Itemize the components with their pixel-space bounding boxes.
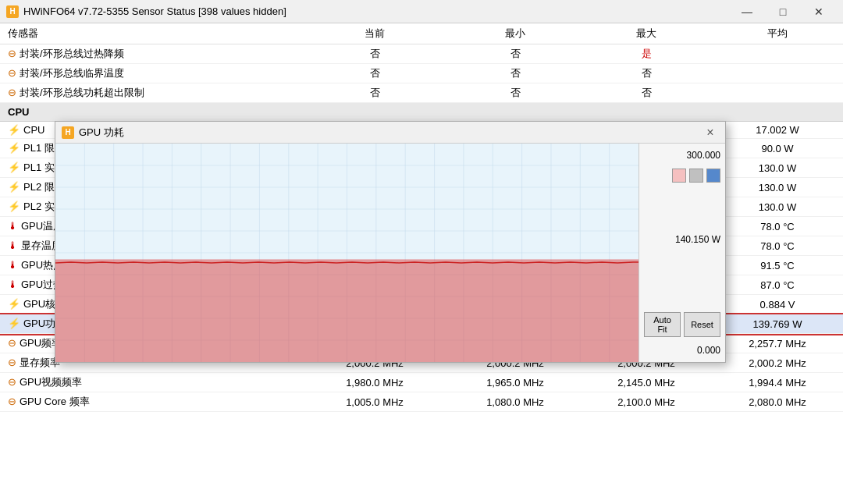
- sensor-label: ⊖封装/环形总线过热降频: [0, 44, 300, 64]
- close-button[interactable]: ✕: [801, 0, 837, 23]
- sensor-max: 2,145.0 MHz: [581, 373, 712, 392]
- sensor-current: 否: [300, 83, 450, 103]
- sensor-icon: ⚡: [8, 318, 20, 329]
- chart-area: [55, 144, 639, 362]
- sensor-avg: 78.0 °C: [712, 217, 843, 236]
- color-box-blue[interactable]: [706, 169, 720, 183]
- sensor-avg: 2,000.2 MHz: [712, 353, 843, 373]
- table-row: ⊖GPU视频频率1,980.0 MHz1,965.0 MHz2,145.0 MH…: [0, 373, 843, 392]
- popup-top-value: 300.000: [644, 150, 720, 161]
- col-max: 最大: [581, 23, 712, 44]
- main-titlebar: H HWiNFO64 v7.72-5355 Sensor Status [398…: [0, 0, 843, 23]
- sensor-avg: 130.0 W: [712, 178, 843, 197]
- window-controls: — □ ✕: [729, 0, 837, 23]
- table-row: ⊖封装/环形总线临界温度否否否: [0, 64, 843, 83]
- popup-mid-value: 140.150 W: [644, 234, 720, 245]
- sensor-min: 否: [450, 64, 581, 83]
- sensor-icon: ⊖: [8, 87, 16, 98]
- sensor-avg: 130.0 W: [712, 197, 843, 217]
- app-icon: H: [6, 5, 19, 18]
- sensor-label: ⊖封装/环形总线临界温度: [0, 64, 300, 83]
- sensor-avg: 0.884 V: [712, 295, 843, 314]
- table-row: CPU: [0, 103, 843, 122]
- sensor-icon: 🌡: [8, 240, 18, 251]
- sensor-min: 1,965.0 MHz: [450, 373, 581, 392]
- sensor-icon: 🌡: [8, 279, 18, 290]
- minimize-button[interactable]: —: [729, 0, 765, 23]
- sensor-icon: ⊖: [8, 357, 16, 368]
- sensor-avg: 91.5 °C: [712, 256, 843, 275]
- sensor-icon: ⚡: [8, 181, 20, 193]
- table-row: ⊖封装/环形总线功耗超出限制否否否: [0, 83, 843, 103]
- sensor-icon: ⊖: [8, 48, 16, 59]
- sensor-avg: 17.002 W: [712, 122, 843, 139]
- sensor-max: 否: [581, 64, 712, 83]
- col-avg: 平均: [712, 23, 843, 44]
- sensor-label: ⊖GPU Core 频率: [0, 392, 300, 412]
- sensor-avg: 78.0 °C: [712, 236, 843, 256]
- sensor-icon: ⚡: [8, 161, 20, 173]
- popup-bottom-value: 0.000: [644, 345, 720, 356]
- window-title: HWiNFO64 v7.72-5355 Sensor Status [398 v…: [23, 5, 286, 17]
- chart-svg: [55, 144, 638, 362]
- sensor-current: 1,005.0 MHz: [300, 392, 450, 412]
- sensor-current: 1,980.0 MHz: [300, 373, 450, 392]
- sensor-min: 1,080.0 MHz: [450, 392, 581, 412]
- sensor-max: 否: [581, 83, 712, 103]
- reset-button[interactable]: Reset: [684, 312, 720, 337]
- sensor-icon: ⊖: [8, 337, 16, 349]
- sensor-icon: ⚡: [8, 124, 20, 136]
- sensor-label: ⊖封装/环形总线功耗超出限制: [0, 83, 300, 103]
- sensor-avg: [712, 64, 843, 83]
- sensor-max: 2,100.0 MHz: [581, 392, 712, 412]
- color-box-gray[interactable]: [689, 169, 703, 183]
- color-boxes: [644, 169, 720, 183]
- popup-body: 300.000 140.150 W Auto Fit Reset 0.000: [55, 144, 725, 362]
- autofit-button[interactable]: Auto Fit: [644, 312, 681, 337]
- sensor-label: ⊖GPU视频频率: [0, 373, 300, 392]
- table-header-row: 传感器 当前 最小 最大 平均: [0, 23, 843, 44]
- sensor-icon: ⊖: [8, 67, 16, 79]
- sensor-avg: 2,080.0 MHz: [712, 392, 843, 412]
- sensor-avg: 90.0 W: [712, 139, 843, 158]
- popup-close-button[interactable]: ×: [702, 124, 719, 141]
- svg-rect-29: [55, 259, 638, 362]
- col-min: 最小: [450, 23, 581, 44]
- col-sensor: 传感器: [0, 23, 300, 44]
- sensor-icon: 🌡: [8, 259, 18, 271]
- color-box-pink[interactable]: [672, 169, 686, 183]
- popup-sidebar: 300.000 140.150 W Auto Fit Reset 0.000: [639, 144, 725, 362]
- sensor-avg: 139.769 W: [712, 314, 843, 334]
- sensor-icon: ⚡: [8, 201, 20, 212]
- table-row: ⊖GPU Core 频率1,005.0 MHz1,080.0 MHz2,100.…: [0, 392, 843, 412]
- sensor-max: 是: [581, 44, 712, 64]
- sensor-min: 否: [450, 83, 581, 103]
- sensor-icon: 🌡: [8, 220, 18, 232]
- titlebar-left: H HWiNFO64 v7.72-5355 Sensor Status [398…: [6, 5, 286, 18]
- sensor-icon: ⊖: [8, 396, 16, 407]
- sensor-icon: ⊖: [8, 376, 16, 388]
- gpu-power-popup: H GPU 功耗 ×: [55, 121, 726, 363]
- sensor-avg: [712, 44, 843, 64]
- sensor-avg: 2,257.7 MHz: [712, 334, 843, 353]
- sensor-avg: 1,994.4 MHz: [712, 373, 843, 392]
- sensor-icon: ⚡: [8, 142, 20, 154]
- popup-title-left: H GPU 功耗: [62, 126, 124, 140]
- sensor-avg: 130.0 W: [712, 158, 843, 178]
- popup-icon: H: [62, 126, 74, 139]
- sensor-current: 否: [300, 44, 450, 64]
- popup-buttons: Auto Fit Reset: [644, 312, 720, 337]
- col-current: 当前: [300, 23, 450, 44]
- table-row: ⊖封装/环形总线过热降频否否是: [0, 44, 843, 64]
- maximize-button[interactable]: □: [765, 0, 801, 23]
- sensor-min: 否: [450, 44, 581, 64]
- section-header: CPU: [0, 103, 843, 122]
- popup-titlebar: H GPU 功耗 ×: [55, 122, 725, 144]
- sensor-icon: ⚡: [8, 298, 20, 310]
- sensor-avg: 87.0 °C: [712, 275, 843, 295]
- sensor-avg: [712, 83, 843, 103]
- popup-title: GPU 功耗: [79, 126, 124, 140]
- sensor-current: 否: [300, 64, 450, 83]
